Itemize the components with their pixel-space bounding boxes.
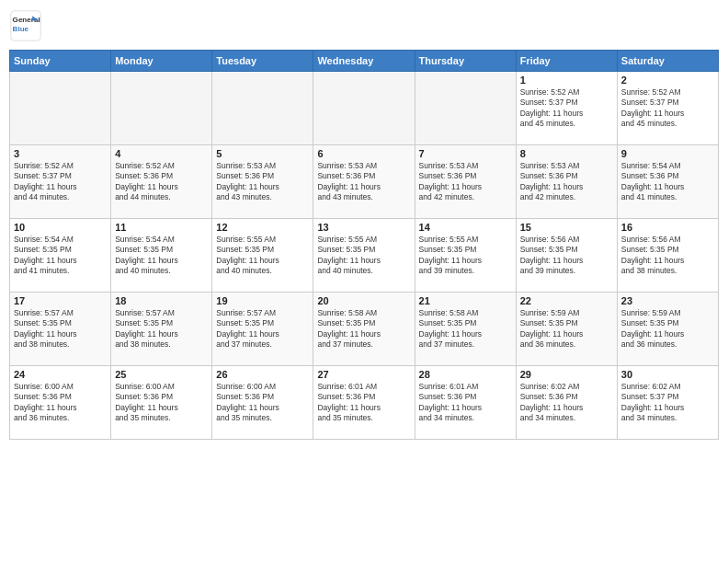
- calendar-cell: 7Sunrise: 5:53 AM Sunset: 5:36 PM Daylig…: [415, 145, 516, 219]
- calendar-cell: 4Sunrise: 5:52 AM Sunset: 5:36 PM Daylig…: [111, 145, 212, 219]
- calendar-cell: 30Sunrise: 6:02 AM Sunset: 5:37 PM Dayli…: [617, 366, 718, 440]
- day-number: 14: [419, 222, 512, 233]
- calendar-cell: 6Sunrise: 5:53 AM Sunset: 5:36 PM Daylig…: [313, 145, 415, 219]
- day-info: Sunrise: 5:57 AM Sunset: 5:35 PM Dayligh…: [216, 308, 309, 350]
- calendar-cell: 3Sunrise: 5:52 AM Sunset: 5:37 PM Daylig…: [10, 145, 111, 219]
- day-info: Sunrise: 5:55 AM Sunset: 5:35 PM Dayligh…: [216, 235, 309, 277]
- day-number: 11: [115, 222, 208, 233]
- day-info: Sunrise: 6:02 AM Sunset: 5:37 PM Dayligh…: [621, 382, 714, 424]
- day-info: Sunrise: 6:02 AM Sunset: 5:36 PM Dayligh…: [520, 382, 613, 424]
- calendar-cell: [313, 72, 415, 145]
- day-number: 1: [520, 75, 613, 86]
- calendar-cell: [10, 72, 111, 145]
- calendar-cell: 20Sunrise: 5:58 AM Sunset: 5:35 PM Dayli…: [313, 293, 415, 366]
- weekday-header-tuesday: Tuesday: [212, 51, 313, 72]
- day-info: Sunrise: 5:53 AM Sunset: 5:36 PM Dayligh…: [317, 161, 410, 203]
- day-number: 29: [520, 369, 613, 380]
- weekday-header-thursday: Thursday: [415, 51, 516, 72]
- day-number: 10: [14, 222, 107, 233]
- calendar-cell: 16Sunrise: 5:56 AM Sunset: 5:35 PM Dayli…: [617, 219, 718, 293]
- calendar-cell: [111, 72, 212, 145]
- weekday-header-monday: Monday: [111, 51, 212, 72]
- calendar-cell: 5Sunrise: 5:53 AM Sunset: 5:36 PM Daylig…: [212, 145, 313, 219]
- day-info: Sunrise: 5:58 AM Sunset: 5:35 PM Dayligh…: [419, 308, 512, 350]
- day-info: Sunrise: 6:00 AM Sunset: 5:36 PM Dayligh…: [14, 382, 107, 424]
- calendar-cell: 22Sunrise: 5:59 AM Sunset: 5:35 PM Dayli…: [516, 293, 617, 366]
- weekday-header-wednesday: Wednesday: [313, 51, 415, 72]
- calendar-cell: 18Sunrise: 5:57 AM Sunset: 5:35 PM Dayli…: [111, 293, 212, 366]
- calendar: SundayMondayTuesdayWednesdayThursdayFrid…: [9, 50, 719, 440]
- day-number: 3: [14, 148, 107, 159]
- week-row-1: 3Sunrise: 5:52 AM Sunset: 5:37 PM Daylig…: [10, 145, 719, 219]
- day-number: 4: [115, 148, 208, 159]
- page: General Blue SundayMondayTuesdayWednesda…: [0, 0, 728, 563]
- day-info: Sunrise: 5:57 AM Sunset: 5:35 PM Dayligh…: [14, 308, 107, 350]
- week-row-3: 17Sunrise: 5:57 AM Sunset: 5:35 PM Dayli…: [10, 293, 719, 366]
- header: General Blue: [9, 9, 719, 42]
- day-number: 21: [419, 295, 512, 306]
- weekday-header-row: SundayMondayTuesdayWednesdayThursdayFrid…: [10, 51, 719, 72]
- day-info: Sunrise: 6:00 AM Sunset: 5:36 PM Dayligh…: [115, 382, 208, 424]
- weekday-header-friday: Friday: [516, 51, 617, 72]
- calendar-cell: 14Sunrise: 5:55 AM Sunset: 5:35 PM Dayli…: [415, 219, 516, 293]
- day-number: 20: [317, 295, 410, 306]
- calendar-cell: 10Sunrise: 5:54 AM Sunset: 5:35 PM Dayli…: [10, 219, 111, 293]
- week-row-0: 1Sunrise: 5:52 AM Sunset: 5:37 PM Daylig…: [10, 72, 719, 145]
- day-info: Sunrise: 5:52 AM Sunset: 5:37 PM Dayligh…: [520, 87, 613, 130]
- day-info: Sunrise: 5:56 AM Sunset: 5:35 PM Dayligh…: [520, 235, 613, 277]
- calendar-cell: [212, 72, 313, 145]
- day-info: Sunrise: 5:55 AM Sunset: 5:35 PM Dayligh…: [317, 235, 410, 277]
- day-info: Sunrise: 6:01 AM Sunset: 5:36 PM Dayligh…: [317, 382, 410, 424]
- calendar-cell: 27Sunrise: 6:01 AM Sunset: 5:36 PM Dayli…: [313, 366, 415, 440]
- day-info: Sunrise: 5:56 AM Sunset: 5:35 PM Dayligh…: [621, 235, 714, 277]
- calendar-cell: 26Sunrise: 6:00 AM Sunset: 5:36 PM Dayli…: [212, 366, 313, 440]
- day-info: Sunrise: 5:55 AM Sunset: 5:35 PM Dayligh…: [419, 235, 512, 277]
- calendar-cell: 11Sunrise: 5:54 AM Sunset: 5:35 PM Dayli…: [111, 219, 212, 293]
- day-number: 13: [317, 222, 410, 233]
- weekday-header-saturday: Saturday: [617, 51, 718, 72]
- day-info: Sunrise: 6:01 AM Sunset: 5:36 PM Dayligh…: [419, 382, 512, 424]
- calendar-cell: 17Sunrise: 5:57 AM Sunset: 5:35 PM Dayli…: [10, 293, 111, 366]
- day-number: 28: [419, 369, 512, 380]
- day-number: 16: [621, 222, 714, 233]
- day-number: 6: [317, 148, 410, 159]
- day-number: 8: [520, 148, 613, 159]
- day-info: Sunrise: 5:54 AM Sunset: 5:35 PM Dayligh…: [115, 235, 208, 277]
- day-number: 7: [419, 148, 512, 159]
- calendar-cell: [415, 72, 516, 145]
- logo: General Blue: [9, 9, 42, 42]
- day-number: 26: [216, 369, 309, 380]
- day-number: 24: [14, 369, 107, 380]
- day-number: 5: [216, 148, 309, 159]
- calendar-cell: 21Sunrise: 5:58 AM Sunset: 5:35 PM Dayli…: [415, 293, 516, 366]
- calendar-cell: 15Sunrise: 5:56 AM Sunset: 5:35 PM Dayli…: [516, 219, 617, 293]
- day-info: Sunrise: 5:58 AM Sunset: 5:35 PM Dayligh…: [317, 308, 410, 350]
- day-number: 22: [520, 295, 613, 306]
- day-number: 30: [621, 369, 714, 380]
- calendar-cell: 13Sunrise: 5:55 AM Sunset: 5:35 PM Dayli…: [313, 219, 415, 293]
- day-number: 19: [216, 295, 309, 306]
- day-number: 18: [115, 295, 208, 306]
- day-info: Sunrise: 5:59 AM Sunset: 5:35 PM Dayligh…: [520, 308, 613, 350]
- day-info: Sunrise: 5:52 AM Sunset: 5:37 PM Dayligh…: [621, 87, 714, 130]
- day-number: 15: [520, 222, 613, 233]
- day-number: 2: [621, 75, 714, 86]
- day-info: Sunrise: 5:57 AM Sunset: 5:35 PM Dayligh…: [115, 308, 208, 350]
- calendar-cell: 2Sunrise: 5:52 AM Sunset: 5:37 PM Daylig…: [617, 72, 718, 145]
- day-info: Sunrise: 5:52 AM Sunset: 5:36 PM Dayligh…: [115, 161, 208, 203]
- day-info: Sunrise: 5:54 AM Sunset: 5:36 PM Dayligh…: [621, 161, 714, 203]
- calendar-cell: 25Sunrise: 6:00 AM Sunset: 5:36 PM Dayli…: [111, 366, 212, 440]
- calendar-cell: 23Sunrise: 5:59 AM Sunset: 5:35 PM Dayli…: [617, 293, 718, 366]
- day-info: Sunrise: 5:53 AM Sunset: 5:36 PM Dayligh…: [419, 161, 512, 203]
- day-info: Sunrise: 5:54 AM Sunset: 5:35 PM Dayligh…: [14, 235, 107, 277]
- logo-icon: General Blue: [9, 9, 42, 42]
- day-number: 25: [115, 369, 208, 380]
- calendar-cell: 28Sunrise: 6:01 AM Sunset: 5:36 PM Dayli…: [415, 366, 516, 440]
- calendar-cell: 12Sunrise: 5:55 AM Sunset: 5:35 PM Dayli…: [212, 219, 313, 293]
- day-info: Sunrise: 6:00 AM Sunset: 5:36 PM Dayligh…: [216, 382, 309, 424]
- week-row-4: 24Sunrise: 6:00 AM Sunset: 5:36 PM Dayli…: [10, 366, 719, 440]
- calendar-cell: 19Sunrise: 5:57 AM Sunset: 5:35 PM Dayli…: [212, 293, 313, 366]
- calendar-cell: 29Sunrise: 6:02 AM Sunset: 5:36 PM Dayli…: [516, 366, 617, 440]
- calendar-cell: 1Sunrise: 5:52 AM Sunset: 5:37 PM Daylig…: [516, 72, 617, 145]
- calendar-cell: 8Sunrise: 5:53 AM Sunset: 5:36 PM Daylig…: [516, 145, 617, 219]
